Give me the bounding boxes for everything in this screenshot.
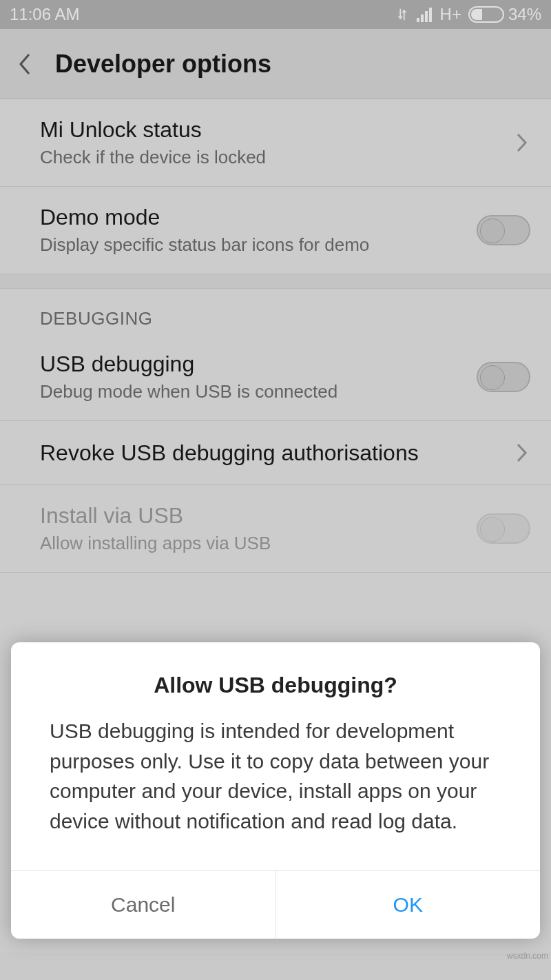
dialog-title: Allow USB debugging?	[11, 642, 540, 716]
svg-rect-0	[417, 18, 419, 22]
install-via-usb-toggle	[477, 513, 530, 544]
chevron-right-icon	[514, 439, 530, 467]
ok-button[interactable]: OK	[276, 871, 541, 939]
cancel-button[interactable]: Cancel	[11, 871, 276, 939]
status-bar: 11:06 AM H+ 34%	[0, 0, 551, 29]
row-mi-unlock[interactable]: Mi Unlock status Check if the device is …	[0, 99, 551, 187]
section-general: Mi Unlock status Check if the device is …	[0, 99, 551, 274]
row-revoke-auth[interactable]: Revoke USB debugging authorisations	[0, 421, 551, 485]
demo-mode-toggle[interactable]	[477, 215, 530, 245]
usb-debugging-sub: Debug mode when USB is connected	[40, 381, 477, 402]
revoke-auth-title: Revoke USB debugging authorisations	[40, 440, 514, 466]
battery-percent: 34%	[508, 5, 541, 24]
demo-mode-title: Demo mode	[40, 205, 477, 230]
battery-indicator: 34%	[468, 5, 541, 24]
network-type: H+	[440, 5, 461, 24]
status-time: 11:06 AM	[10, 5, 79, 24]
status-right: H+ 34%	[395, 5, 541, 24]
mi-unlock-title: Mi Unlock status	[40, 117, 514, 143]
back-button[interactable]	[15, 49, 34, 79]
dialog-body: USB debugging is intended for developmen…	[11, 716, 540, 870]
section-header-debugging: DEBUGGING	[0, 289, 551, 334]
svg-rect-2	[425, 11, 428, 22]
usb-debugging-dialog: Allow USB debugging? USB debugging is in…	[11, 642, 540, 939]
usb-debugging-title: USB debugging	[40, 351, 477, 377]
demo-mode-sub: Display specific status bar icons for de…	[40, 234, 477, 256]
svg-rect-3	[429, 8, 432, 22]
row-demo-mode[interactable]: Demo mode Display specific status bar ic…	[0, 187, 551, 274]
usb-debugging-toggle[interactable]	[477, 362, 530, 392]
section-divider	[0, 274, 551, 289]
page-title: Developer options	[55, 50, 271, 79]
row-usb-debugging[interactable]: USB debugging Debug mode when USB is con…	[0, 334, 551, 421]
watermark: wsxdn.com	[507, 951, 548, 961]
install-via-usb-sub: Allow installing apps via USB	[40, 533, 477, 554]
install-via-usb-title: Install via USB	[40, 503, 477, 529]
dialog-buttons: Cancel OK	[11, 870, 540, 939]
battery-icon	[468, 6, 504, 23]
svg-rect-1	[421, 14, 424, 22]
cellular-signal-icon	[417, 7, 433, 22]
app-header: Developer options	[0, 29, 551, 99]
mi-unlock-sub: Check if the device is locked	[40, 147, 514, 168]
row-install-via-usb: Install via USB Allow installing apps vi…	[0, 485, 551, 573]
chevron-right-icon	[514, 129, 530, 156]
data-transfer-icon	[395, 7, 410, 22]
